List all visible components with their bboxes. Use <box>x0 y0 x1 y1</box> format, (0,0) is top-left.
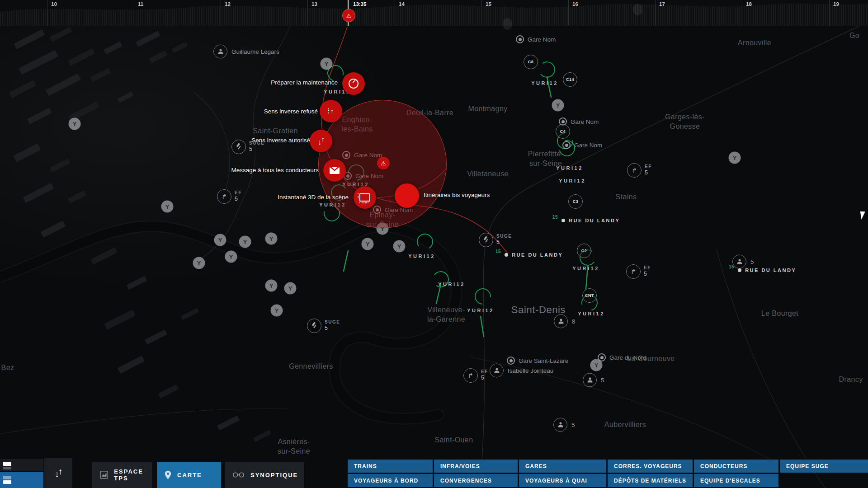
town-label: Go <box>849 31 859 41</box>
y-marker[interactable]: Y <box>393 240 406 253</box>
person-marker[interactable]: 5 <box>583 373 604 387</box>
station-marker[interactable]: Gare Nom <box>562 141 602 149</box>
menu-infra-voies[interactable]: INFRA/VOIES <box>434 460 518 473</box>
tab-carte[interactable]: CARTE <box>157 462 221 488</box>
message-icon <box>330 167 340 174</box>
suge-badge[interactable]: SUGE5 <box>479 233 512 247</box>
y-marker[interactable]: Y <box>225 251 237 263</box>
swap-order-button[interactable]: ↓↑ <box>44 458 72 488</box>
menu-equipe-d-escales[interactable]: EQUIPE D'ESCALES <box>694 474 778 487</box>
person-label: 5 <box>750 258 754 265</box>
person-marker[interactable]: 8 <box>554 314 576 328</box>
menu-equipe-suge[interactable]: EQUIPE SUGE <box>780 460 868 473</box>
class-badge[interactable]: C2 <box>577 244 591 258</box>
badge-value: 5 <box>235 196 242 203</box>
menu-convergences[interactable]: CONVERGENCES <box>434 474 518 487</box>
y-marker[interactable]: Y <box>239 236 251 248</box>
tab-synoptique[interactable]: SYNOPTIQUE <box>225 462 304 488</box>
timeline-scrubber[interactable]: 10111213141516171819 13:35 ⚠ <box>0 0 868 26</box>
town-label: Bez <box>1 363 14 373</box>
menu-gares[interactable]: GARES <box>519 460 606 473</box>
person-label: 8 <box>572 318 576 325</box>
menu-voyageurs-à-quai[interactable]: VOYAGEURS À QUAI <box>519 474 606 487</box>
station-label: Gare Nom <box>574 142 602 149</box>
y-marker[interactable]: Y <box>69 118 81 130</box>
station-marker[interactable]: Gare du Nord <box>598 353 646 361</box>
street-number: 15 <box>495 249 501 254</box>
class-badge[interactable]: C14 <box>563 72 577 87</box>
train-label[interactable]: YURI12 <box>572 266 599 271</box>
street-name: RUE DU LANDY <box>512 252 563 258</box>
hour-label: 18 <box>746 1 752 7</box>
train-label[interactable]: YURI12 <box>556 165 583 171</box>
ef-badge[interactable]: ↱EF5 <box>626 264 651 279</box>
thumb-bar <box>3 462 11 466</box>
train-label[interactable]: YURI12 <box>438 282 465 287</box>
suge-badge[interactable]: SUGE5 <box>307 319 340 333</box>
radial-button-itin-raires-bis-voyageurs[interactable] <box>395 183 419 208</box>
train-label[interactable]: YURI12 <box>408 253 435 259</box>
radial-button-instantan-3d-de-la-sc-ne[interactable] <box>354 186 376 209</box>
radial-button-message-tous-les-conducteurs[interactable] <box>323 159 346 182</box>
snapshot-3d-icon <box>359 193 370 202</box>
class-badge[interactable]: CNT <box>582 288 597 303</box>
station-label: Gare Nom <box>571 118 599 125</box>
y-marker[interactable]: Y <box>552 99 564 112</box>
menu-voyageurs-à-bord[interactable]: VOYAGEURS À BORD <box>348 474 433 487</box>
person-marker[interactable]: 5 <box>732 255 754 269</box>
train-label[interactable]: YURI12 <box>578 311 605 316</box>
menu-corres-voyageurs[interactable]: CORRES. VOYAGEURS <box>608 460 693 473</box>
train-label[interactable]: YURI12 <box>559 178 586 183</box>
class-badge[interactable]: C8 <box>524 55 538 69</box>
station-marker[interactable]: Gare Nom <box>516 35 556 43</box>
hour-tick <box>134 0 134 26</box>
thumb-bar <box>3 480 11 484</box>
menu-conducteurs[interactable]: CONDUCTEURS <box>694 460 778 473</box>
map-style-dark-thumbnail[interactable] <box>0 459 43 471</box>
mouse-cursor-icon <box>860 211 866 219</box>
badge-label: EF <box>644 265 651 271</box>
radial-button-sens-inverse-autoris-[interactable]: ↓↑ <box>310 130 332 152</box>
ef-badge[interactable]: ↱EF5 <box>627 163 652 178</box>
train-label[interactable]: YURI12 <box>531 80 558 86</box>
person-icon <box>558 422 563 427</box>
y-marker[interactable]: Y <box>284 282 297 295</box>
person-marker[interactable]: 5 <box>553 418 575 432</box>
hour-label: 14 <box>399 1 405 7</box>
ef-badge[interactable]: ↱EF5 <box>217 189 242 204</box>
y-marker[interactable]: Y <box>271 305 283 317</box>
map-canvas[interactable]: Saint-GratienEnghien- les-BainsDeuil-la-… <box>0 26 868 488</box>
y-marker[interactable]: Y <box>362 238 374 250</box>
map-style-blue-thumbnail[interactable] <box>0 472 43 488</box>
station-label: Gare Nom <box>528 36 556 43</box>
menu-dépôts-de-matériels[interactable]: DÉPÔTS DE MATÉRIELS <box>608 474 693 487</box>
y-marker[interactable]: Y <box>193 257 205 269</box>
class-badge[interactable]: C4 <box>556 124 570 139</box>
person-marker[interactable]: Guillaume Legars <box>213 45 279 59</box>
y-marker[interactable]: Y <box>321 58 333 70</box>
y-marker[interactable]: Y <box>729 152 741 164</box>
radial-button-sens-inverse-refus-[interactable]: ↑ <box>320 100 342 122</box>
incident-alert-badge[interactable]: ⚠ <box>377 157 390 169</box>
street-dot-icon <box>505 253 508 257</box>
warning-triangle-icon: ⚠ <box>346 13 351 19</box>
hour-tick <box>655 0 656 26</box>
y-marker[interactable]: Y <box>161 201 174 213</box>
y-marker[interactable]: Y <box>590 359 603 371</box>
current-time-alert-pin[interactable]: ⚠ <box>342 9 355 22</box>
thumb-bar <box>3 467 11 469</box>
radial-button-pr-parer-la-maintenance[interactable] <box>342 72 365 95</box>
reverse-allowed-icon: ↓↑ <box>318 137 324 145</box>
menu-trains[interactable]: TRAINS <box>348 460 433 473</box>
y-marker[interactable]: Y <box>265 280 278 292</box>
ef-badge[interactable]: ↱EF5 <box>463 368 488 383</box>
class-badge[interactable]: C3 <box>568 194 583 209</box>
hammer-icon <box>311 322 318 329</box>
person-marker[interactable]: Isabelle Jointeau <box>490 364 553 378</box>
train-label[interactable]: YURI12 <box>467 308 494 313</box>
y-marker[interactable]: Y <box>214 234 226 246</box>
tab-espace-tps[interactable]: ESPACE TPS <box>92 462 152 488</box>
tab-label: SYNOPTIQUE <box>250 472 298 479</box>
train-route-arc <box>538 60 557 79</box>
y-marker[interactable]: Y <box>265 233 278 245</box>
